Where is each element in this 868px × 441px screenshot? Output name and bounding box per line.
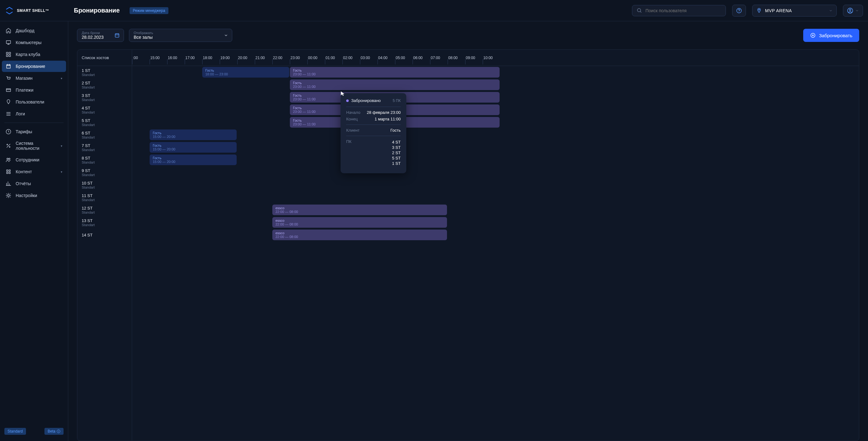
host-row[interactable]: 13 STStandart [77,216,132,229]
booking-block[interactable]: Гость18:00 — 23:00 [202,67,289,77]
booking-time: 22:00 — 08:00 [275,223,444,226]
sidebar-item-label: Тарифы [16,129,32,134]
booking-tooltip: Забронировано 5 ПК Начало 28 февраля 23:… [341,93,406,173]
host-name: 6 ST [82,131,127,135]
host-row[interactable]: 5 STStandart [77,116,132,129]
booking-block[interactable]: Гость23:00 — 11:00 [290,79,500,90]
chevron-down-icon [855,9,859,12]
hour-cell: 07:00 [430,50,447,66]
host-row[interactable]: 14 ST [77,229,132,241]
grid-body[interactable]: Гость18:00 — 23:00Гость23:00 — 11:00Гост… [132,66,859,441]
svg-point-4 [849,9,851,11]
host-row[interactable]: 10 STStandart [77,179,132,191]
host-row[interactable]: 12 STStandart [77,204,132,216]
hour-cell: 03:00 [360,50,377,66]
info-icon [57,430,60,433]
booking-block[interactable]: Гость23:00 — 11:00 [290,67,500,77]
gear-icon [6,193,11,198]
hour-cell: 17:00 [185,50,202,66]
sidebar-item-label: Платежи [16,88,33,93]
hour-cell: 08:00 [447,50,465,66]
hour-cell: 20:00 [237,50,255,66]
timeline-grid: :0015:0016:0017:0018:0019:0020:0021:0022… [132,50,859,441]
logo-text: SMART SHELL™ [17,8,49,13]
start-label: Начало [346,110,360,115]
search-input[interactable] [646,8,721,13]
grid-row: Гость15:00 — 20:00 [132,154,859,166]
user-search[interactable] [632,5,726,16]
help-icon [736,8,742,13]
hour-cell: 01:00 [325,50,342,66]
sidebar-item-apps[interactable]: Контент▾ [2,166,66,177]
sidebar-item-percent[interactable]: Система лояльности▾ [2,138,66,154]
host-row[interactable]: 4 STStandart [77,104,132,116]
booking-block[interactable]: essco22:00 — 08:00 [272,217,447,228]
grid-row: essco22:00 — 08:00 [132,204,859,216]
header: SMART SHELL™ Бронирование Режим менеджер… [0,0,868,21]
booking-block[interactable]: Гость15:00 — 20:00 [150,130,237,140]
sidebar-item-pin[interactable]: Пользователи [2,96,66,108]
host-row[interactable]: 2 STStandart [77,78,132,91]
sidebar-item-label: Магазин [16,76,33,81]
sidebar-item-gear[interactable]: Настройки [2,190,66,201]
sidebar-item-clock[interactable]: Тарифы [2,126,66,137]
status-dot-icon [346,99,349,102]
date-field[interactable]: Дата брони 28.02.2023 [77,29,124,42]
users-icon [6,157,11,163]
booking-time: 22:00 — 08:00 [275,210,444,214]
host-name: 10 ST [82,181,127,185]
location-selector[interactable]: MVP ARENA [752,5,837,16]
sidebar-item-label: Пользователи [16,99,44,104]
user-menu[interactable] [843,5,863,16]
booking-time: 23:00 — 11:00 [293,72,496,76]
credit-icon [6,87,11,93]
booking-block[interactable]: essco22:00 — 08:00 [272,230,447,240]
host-row[interactable]: 1 STStandart [77,66,132,78]
host-row[interactable]: 11 STStandart [77,191,132,204]
booking-name: essco [275,206,444,210]
booking-name: Гость [153,156,234,160]
booking-block[interactable]: Гость15:00 — 20:00 [150,155,237,165]
grid-row: Гость15:00 — 20:00 [132,141,859,154]
sidebar-item-cart[interactable]: Магазин▾ [2,73,66,84]
sidebar-item-label: Карта клуба [16,52,40,57]
svg-rect-6 [115,34,119,37]
host-row[interactable]: 3 STStandart [77,91,132,104]
search-icon [637,8,642,13]
host-row[interactable]: 9 STStandart [77,166,132,179]
booking-name: Гость [205,68,286,72]
chevron-down-icon [224,33,228,37]
host-name: 13 ST [82,218,127,223]
svg-point-2 [759,9,760,10]
sidebar-item-chart[interactable]: Отчёты [2,178,66,189]
host-sub: Standart [82,210,127,214]
book-button[interactable]: Забронировать [803,29,859,42]
grid-row: Гость15:00 — 20:00 [132,129,859,141]
sidebar-item-grid[interactable]: Карта клуба [2,49,66,60]
percent-icon [6,143,11,148]
sidebar-item-users[interactable]: Сотрудники [2,154,66,165]
help-button[interactable] [732,5,746,16]
sidebar-item-credit[interactable]: Платежи [2,84,66,96]
sidebar-item-calendar[interactable]: Бронирование [2,61,66,72]
booking-block[interactable]: essco22:00 — 08:00 [272,205,447,215]
display-field[interactable]: Отображать Все залы [129,29,232,42]
host-sub: Standart [82,148,127,152]
host-row[interactable]: 8 STStandart [77,154,132,166]
logo: SMART SHELL™ [5,6,68,15]
location-label: MVP ARENA [765,8,826,13]
host-sub: Standart [82,161,127,164]
chevron-down-icon [829,9,833,12]
sidebar-item-home[interactable]: Дашборд [2,25,66,36]
host-sub: Standart [82,110,127,114]
grid-row: Гость23:00 — 11:00 [132,116,859,129]
host-row[interactable]: 7 STStandart [77,141,132,154]
grid-icon [6,52,11,57]
sidebar-item-list[interactable]: Логи [2,108,66,120]
host-row[interactable]: 6 STStandart [77,129,132,141]
sidebar-item-monitor[interactable]: Компьютеры [2,37,66,48]
hour-cell: 00:00 [307,50,325,66]
hour-cell: 22:00 [272,50,290,66]
sidebar-item-label: Контент [16,169,32,174]
booking-block[interactable]: Гость15:00 — 20:00 [150,142,237,152]
